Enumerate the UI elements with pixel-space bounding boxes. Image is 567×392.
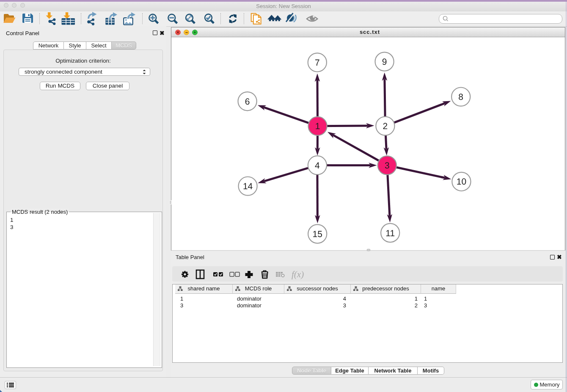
svg-text:14: 14 <box>243 182 253 191</box>
svg-text:2: 2 <box>383 121 388 131</box>
svg-text:6: 6 <box>245 97 250 107</box>
svg-text:f(x): f(x) <box>292 269 304 279</box>
svg-text:11: 11 <box>385 229 395 238</box>
svg-text:7: 7 <box>315 58 320 68</box>
svg-text:3: 3 <box>385 161 390 171</box>
svg-text:8: 8 <box>458 92 463 102</box>
svg-text:4: 4 <box>315 161 320 171</box>
svg-text:1: 1 <box>315 121 320 131</box>
svg-text:9: 9 <box>382 57 387 67</box>
svg-text:15: 15 <box>313 229 322 239</box>
svg-text:10: 10 <box>457 177 466 187</box>
